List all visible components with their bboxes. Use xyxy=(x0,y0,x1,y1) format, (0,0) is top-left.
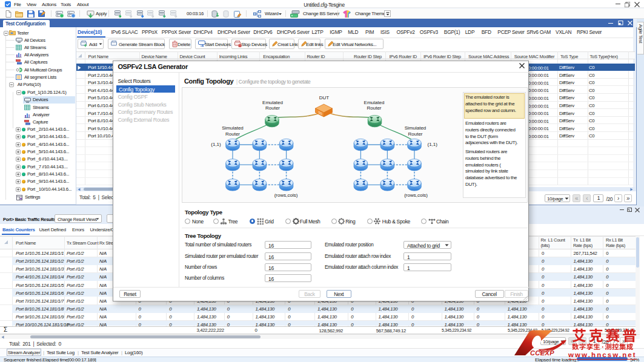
svg-text:Emulated: Emulated xyxy=(262,100,283,105)
svg-text:(1,1): (1,1) xyxy=(211,142,221,147)
svg-text:Simulated: Simulated xyxy=(222,125,244,131)
svg-text:CCEXP: CCEXP xyxy=(530,349,554,357)
svg-text:Simulated: Simulated xyxy=(405,125,427,131)
svg-text:Router: Router xyxy=(367,105,381,111)
svg-text:Router: Router xyxy=(408,131,422,137)
svg-text:DUT: DUT xyxy=(319,95,330,100)
svg-text:Emulated: Emulated xyxy=(364,100,385,105)
svg-text:(1,1): (1,1) xyxy=(427,142,437,147)
svg-text:(rows,cols): (rows,cols) xyxy=(404,193,428,198)
svg-text:(rows,cols): (rows,cols) xyxy=(274,193,298,198)
svg-text:Router: Router xyxy=(225,131,240,137)
svg-text:Router: Router xyxy=(265,105,280,111)
